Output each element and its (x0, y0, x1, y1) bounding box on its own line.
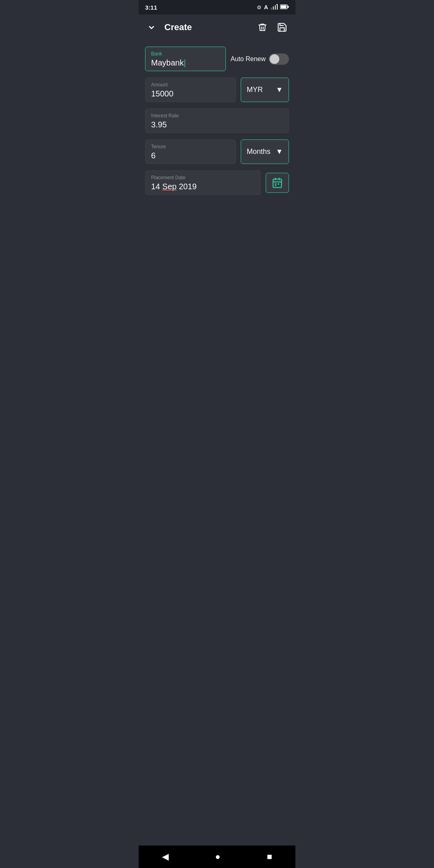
form-container: Bank Maybank| Auto Renew Amount 15000 MY… (139, 40, 295, 201)
gear-icon: ⚙ (257, 4, 262, 10)
bank-value-text: Maybank (151, 58, 184, 67)
app-bar-actions (256, 20, 289, 34)
svg-rect-6 (288, 6, 289, 8)
amount-currency-row: Amount 15000 MYR ▼ (145, 78, 289, 102)
interest-rate-field[interactable]: Interest Rate 3.95 (145, 108, 289, 133)
auto-renew-toggle[interactable] (269, 53, 289, 65)
interest-rate-value: 3.95 (151, 120, 167, 129)
tenure-unit-value: Months (247, 147, 270, 156)
bank-field[interactable]: Bank Maybank| (145, 47, 226, 71)
calendar-button[interactable] (266, 173, 289, 193)
interest-rate-row: Interest Rate 3.95 (145, 108, 289, 133)
currency-dropdown[interactable]: MYR ▼ (241, 78, 289, 102)
auto-renew-row: Auto Renew (231, 53, 289, 65)
svg-rect-7 (281, 5, 287, 8)
amount-label: Amount (151, 82, 230, 88)
svg-rect-10 (273, 179, 282, 187)
app-bar-left: Create (145, 21, 192, 34)
placement-date-label: Placement Date (151, 175, 255, 180)
tenure-value: 6 (151, 151, 156, 160)
svg-rect-14 (275, 183, 276, 185)
battery-icon (280, 4, 289, 10)
placement-date-field[interactable]: Placement Date 14 Sep 2019 (145, 170, 261, 195)
tenure-unit-dropdown[interactable]: Months ▼ (241, 139, 289, 164)
bank-label: Bank (151, 51, 220, 57)
delete-button[interactable] (256, 21, 269, 34)
save-button[interactable] (275, 20, 289, 34)
status-icons: ⚙ A (257, 4, 289, 11)
tenure-unit-dropdown-arrow: ▼ (276, 147, 283, 156)
toggle-knob (270, 54, 279, 64)
bank-auto-renew-row: Bank Maybank| Auto Renew (145, 47, 289, 71)
tenure-field[interactable]: Tenure 6 (145, 139, 236, 164)
svg-marker-3 (271, 8, 272, 10)
tenure-row: Tenure 6 Months ▼ (145, 139, 289, 164)
app-bar: Create (139, 14, 295, 40)
svg-marker-2 (273, 6, 274, 10)
currency-dropdown-arrow: ▼ (276, 86, 283, 94)
signal-icon (270, 4, 278, 11)
date-month: Sep (162, 182, 177, 191)
date-suffix: 2019 (176, 182, 197, 191)
placement-date-value: 14 Sep 2019 (151, 182, 197, 191)
svg-rect-15 (278, 183, 279, 185)
interest-rate-label: Interest Rate (151, 113, 283, 119)
date-prefix: 14 (151, 182, 162, 191)
a-icon: A (264, 4, 268, 10)
svg-marker-1 (275, 5, 276, 10)
svg-marker-0 (277, 4, 278, 10)
status-time: 3:11 (145, 4, 157, 11)
status-bar: 3:11 ⚙ A (139, 0, 295, 14)
amount-value: 15000 (151, 89, 174, 98)
svg-rect-16 (275, 185, 276, 186)
currency-value: MYR (247, 86, 263, 94)
amount-field[interactable]: Amount 15000 (145, 78, 236, 102)
page-title: Create (164, 22, 192, 33)
auto-renew-label: Auto Renew (231, 55, 266, 63)
tenure-label: Tenure (151, 144, 230, 149)
bank-value: Maybank| (151, 58, 186, 67)
back-button[interactable] (145, 21, 158, 34)
placement-date-row: Placement Date 14 Sep 2019 (145, 170, 289, 195)
